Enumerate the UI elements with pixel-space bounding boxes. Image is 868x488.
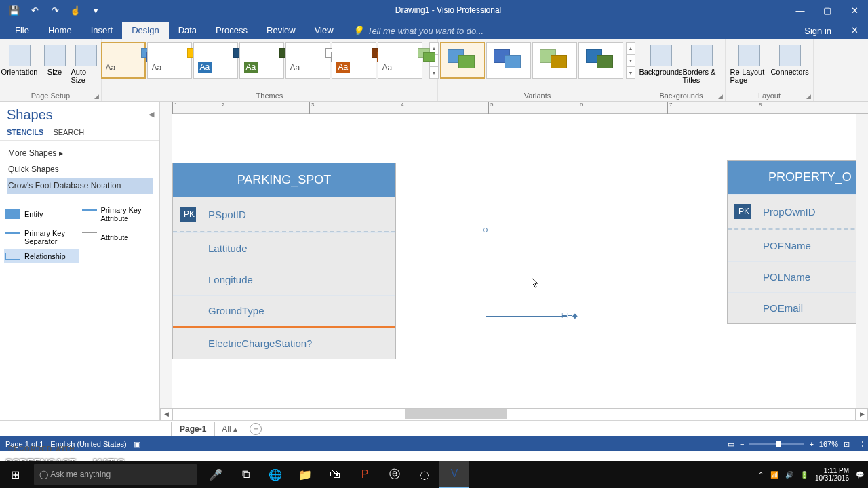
restore-button[interactable]: ▢ — [814, 0, 841, 20]
file-explorer-icon[interactable]: 📁 — [290, 461, 320, 488]
page-setup-dialog-launcher[interactable]: ◢ — [94, 93, 99, 100]
battery-icon[interactable]: 🔋 — [800, 471, 808, 479]
save-button[interactable]: 💾 — [5, 2, 23, 18]
theme-swatch-1[interactable]: Aa — [101, 42, 146, 79]
relationship-connector[interactable] — [486, 230, 486, 316]
variant-swatch-1[interactable] — [440, 42, 485, 79]
tab-review[interactable]: Review — [257, 22, 305, 39]
more-shapes-item[interactable]: More Shapes ▸ — [7, 145, 153, 161]
clock[interactable]: 1:11 PM 10/31/2016 — [815, 467, 849, 482]
zoom-level[interactable]: 167% — [819, 440, 838, 448]
presentation-mode-icon[interactable]: ▭ — [728, 440, 734, 449]
entity-attr-row[interactable]: POLName — [728, 261, 868, 292]
entity-attr-row-highlighted[interactable]: ElectricChargeStation? — [173, 326, 395, 359]
network-icon[interactable]: 📶 — [770, 471, 778, 479]
variant-swatch-4[interactable] — [578, 42, 623, 79]
tell-me-search[interactable]: 💡 Tell me what you want to do... — [343, 22, 795, 39]
ie-icon[interactable]: ⓔ — [380, 461, 410, 488]
shape-attribute[interactable]: Attribute — [81, 226, 156, 248]
stencils-tab[interactable]: STENCILS — [7, 128, 43, 136]
connector-endpoint[interactable] — [483, 228, 488, 232]
variant-swatch-2[interactable] — [486, 42, 531, 79]
screencast-icon[interactable]: ◌ — [410, 461, 439, 488]
theme-swatch-4[interactable]: Aa — [239, 42, 284, 79]
layout-dialog-launcher[interactable]: ◢ — [806, 93, 811, 100]
mic-icon[interactable]: 🎤 — [201, 461, 231, 488]
undo-button[interactable]: ↶ — [26, 2, 43, 18]
theme-swatch-2[interactable]: Aa — [147, 42, 192, 79]
connectors-button[interactable]: Connectors — [771, 42, 809, 76]
page-tab-all[interactable]: All ▴ — [215, 422, 244, 436]
entity-attr-row[interactable]: Lattitude — [173, 232, 395, 264]
collapse-shapes-panel[interactable]: ◀ — [149, 110, 154, 119]
tray-chevron-icon[interactable]: ⌃ — [758, 471, 764, 479]
action-center-icon[interactable]: 💬 — [856, 471, 864, 479]
zoom-out-button[interactable]: − — [740, 440, 744, 448]
scroll-track[interactable] — [172, 408, 856, 420]
tab-design[interactable]: Design — [122, 22, 168, 39]
shape-entity[interactable]: Entity — [4, 203, 79, 225]
store-icon[interactable]: 🛍 — [320, 461, 350, 488]
tab-view[interactable]: View — [305, 22, 343, 39]
close-document-button[interactable]: ✕ — [841, 20, 868, 39]
tab-insert[interactable]: Insert — [81, 22, 123, 39]
add-page-button[interactable]: ＋ — [250, 423, 262, 435]
tab-home[interactable]: Home — [39, 22, 81, 39]
volume-icon[interactable]: 🔊 — [785, 471, 793, 479]
macro-record-icon[interactable]: ▣ — [134, 440, 140, 449]
drawing-canvas[interactable]: PARKING_SPOT PK PSpotID Lattitude Longit… — [172, 114, 856, 408]
variant-gallery-more[interactable]: ▾ — [626, 66, 635, 79]
backgrounds-dialog-launcher[interactable]: ◢ — [718, 93, 723, 100]
task-view-button[interactable]: ⧉ — [231, 461, 260, 488]
entity-parking-spot[interactable]: PARKING_SPOT PK PSpotID Lattitude Longit… — [172, 163, 396, 359]
variant-scroll-down[interactable]: ▾ — [626, 54, 635, 66]
tab-process[interactable]: Process — [206, 22, 257, 39]
close-button[interactable]: ✕ — [841, 0, 868, 20]
page-tab-1[interactable]: Page-1 — [171, 422, 215, 436]
scroll-left-button[interactable]: ◀ — [160, 408, 172, 420]
search-tab[interactable]: SEARCH — [53, 128, 84, 136]
entity-property-owner[interactable]: PROPERTY_O PK PropOwnID POFName POLName … — [727, 160, 868, 324]
borders-titles-button[interactable]: Borders & Titles — [683, 42, 721, 84]
entity-attr-row[interactable]: POFName — [728, 230, 868, 261]
relayout-page-button[interactable]: Re-Layout Page — [730, 42, 768, 84]
relationship-connector[interactable] — [486, 316, 567, 317]
shape-relationship[interactable]: Relationship — [4, 249, 79, 263]
tab-file[interactable]: File — [5, 22, 39, 39]
entity-pk-row[interactable]: PK PropOwnID — [728, 194, 868, 228]
minimize-button[interactable]: — — [787, 0, 814, 20]
shape-pk-attribute[interactable]: Primary Key Attribute — [81, 203, 156, 225]
vertical-scrollbar[interactable] — [856, 114, 868, 408]
scroll-thumb[interactable] — [405, 409, 507, 419]
touch-mode-button[interactable]: ☝ — [66, 2, 84, 18]
tab-data[interactable]: Data — [169, 22, 206, 39]
theme-swatch-5[interactable]: Aa — [285, 42, 330, 79]
zoom-slider[interactable] — [749, 443, 804, 445]
sign-in-link[interactable]: Sign in — [795, 22, 841, 39]
start-button[interactable]: ⊞ — [0, 461, 30, 488]
theme-gallery-more[interactable]: ▾ — [429, 66, 439, 79]
entity-pk-row[interactable]: PK PSpotID — [173, 197, 395, 231]
edge-icon[interactable]: 🌐 — [260, 461, 290, 488]
variant-scroll-up[interactable]: ▴ — [626, 42, 635, 54]
variant-swatch-3[interactable] — [532, 42, 577, 79]
size-button[interactable]: Size — [41, 42, 68, 76]
shape-pk-separator[interactable]: Primary Key Separator — [4, 226, 79, 248]
quick-shapes-item[interactable]: Quick Shapes — [7, 161, 153, 178]
cortana-search[interactable]: ◯ Ask me anything — [34, 464, 197, 485]
qat-customize-button[interactable]: ▾ — [87, 2, 104, 18]
full-screen-icon[interactable]: ⛶ — [855, 440, 863, 448]
auto-size-button[interactable]: Auto Size — [71, 42, 101, 84]
backgrounds-button[interactable]: Backgrounds — [642, 42, 680, 76]
redo-button[interactable]: ↷ — [46, 2, 64, 18]
theme-swatch-7[interactable]: Aa — [378, 42, 422, 79]
scroll-right-button[interactable]: ▶ — [856, 408, 868, 420]
theme-swatch-3[interactable]: Aa — [193, 42, 238, 79]
crows-foot-stencil-item[interactable]: Crow's Foot Database Notation — [7, 178, 153, 194]
entity-attr-row[interactable]: POEmail — [728, 292, 868, 323]
orientation-button[interactable]: Orientation — [1, 42, 39, 76]
powerpoint-icon[interactable]: P — [350, 461, 380, 488]
theme-swatch-6[interactable]: Aa — [332, 42, 376, 79]
entity-attr-row[interactable]: GroundType — [173, 295, 395, 326]
fit-page-icon[interactable]: ⊡ — [844, 440, 850, 449]
